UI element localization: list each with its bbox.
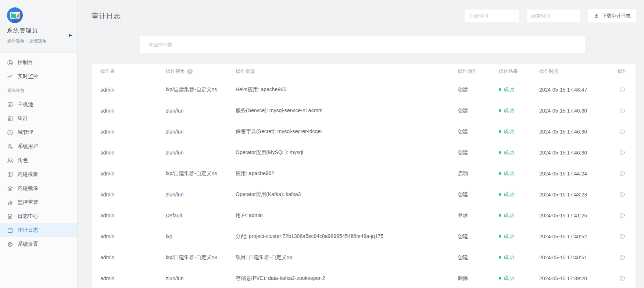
- settings-icon: [7, 241, 13, 248]
- sidebar-item-host-pool[interactable]: 主机池: [0, 97, 77, 111]
- cell-operation-time: 2024-05-15 17:40:52: [539, 234, 609, 239]
- success-dot-icon: [499, 109, 501, 112]
- cell-operation-result: 成功: [499, 170, 539, 177]
- result-label: 成功: [504, 275, 514, 282]
- column-header-label: 操作者: [100, 68, 115, 75]
- cell-operation-action: 登录: [458, 212, 499, 219]
- cell-operator: admin: [100, 108, 166, 114]
- cell-operation-result: 成功: [499, 107, 539, 114]
- start-time-input[interactable]: [465, 10, 519, 22]
- sidebar-item-monitor[interactable]: 实时监控: [0, 70, 77, 83]
- cluster-icon: [7, 115, 13, 122]
- sidebar-item-images[interactable]: 内建镜像: [0, 181, 77, 195]
- sidebar-item-log-center[interactable]: 日志中心: [0, 209, 77, 223]
- svg-text:{}: {}: [622, 130, 623, 133]
- expand-arrow-icon[interactable]: ▶: [69, 33, 72, 37]
- cell-operation-action: 创建: [458, 128, 499, 135]
- cell-operation-action: 创建: [458, 107, 499, 114]
- cell-operator: admin: [100, 192, 166, 198]
- sidebar-item-settings[interactable]: 系统设置: [0, 237, 77, 251]
- sidebar-item-alerts[interactable]: 监控告警: [0, 195, 77, 209]
- sidebar-item-label: 角色: [18, 157, 28, 164]
- column-header: 操作结果: [499, 68, 539, 75]
- sidebar-item-label: 系统设置: [18, 241, 38, 248]
- svg-text:{}: {}: [622, 256, 623, 259]
- column-header-label: 操作结果: [499, 68, 518, 75]
- svg-text:{}: {}: [622, 109, 623, 112]
- view-detail-icon-button[interactable]: {}: [619, 86, 626, 93]
- column-header: 操作视角?: [166, 68, 236, 75]
- result-label: 成功: [504, 212, 514, 219]
- table-row: adminzlun/lun保密字典(Secret): mysql-secret-…: [92, 121, 636, 142]
- column-header: 操作者: [100, 68, 166, 75]
- cell-operation-result: 成功: [499, 275, 539, 282]
- cell-operator: admin: [100, 255, 166, 260]
- cell-operation-time: 2024-05-15 17:40:51: [539, 255, 609, 260]
- table-row: adminlxp分配: project-cluster:72b1306a5ec9…: [92, 226, 636, 247]
- cell-actions: {}: [609, 170, 636, 177]
- cell-operator: admin: [100, 234, 166, 239]
- table-row: adminDefault用户: admin登录成功2024-05-15 17:4…: [92, 205, 636, 226]
- cell-operation-result: 成功: [499, 254, 539, 261]
- download-audit-log-button[interactable]: 下载审计日志: [588, 9, 636, 22]
- template-icon: [7, 171, 13, 178]
- svg-text:{}: {}: [622, 277, 623, 280]
- sidebar-item-label: 内建镜像: [18, 185, 38, 192]
- sidebar-item-roles[interactable]: 角色: [0, 153, 77, 167]
- result-label: 成功: [504, 191, 514, 198]
- view-detail-icon-button[interactable]: {}: [619, 128, 626, 135]
- column-header: 操作时间: [539, 68, 609, 75]
- view-detail-icon-button[interactable]: {}: [619, 212, 626, 219]
- view-detail-icon-button[interactable]: {}: [619, 275, 626, 282]
- success-dot-icon: [499, 151, 501, 154]
- success-dot-icon: [499, 193, 501, 196]
- result-label: 成功: [504, 149, 514, 156]
- column-header: 操作资源: [236, 68, 458, 75]
- success-dot-icon: [499, 277, 501, 280]
- table-header-row: 操作者操作视角?操作资源操作动作操作结果操作时间操作: [92, 64, 636, 79]
- sidebar-item-templates[interactable]: 内建模板: [0, 167, 77, 181]
- view-detail-icon-button[interactable]: {}: [619, 170, 626, 177]
- cell-operation-time: 2024-05-15 17:41:25: [539, 213, 609, 218]
- console-icon: [7, 60, 13, 66]
- cell-operation-scope: lxp: [166, 234, 236, 239]
- cell-operation-result: 成功: [499, 128, 539, 135]
- result-label: 成功: [504, 107, 514, 114]
- view-detail-icon-button[interactable]: {}: [619, 254, 626, 261]
- cell-operation-action: 创建: [458, 254, 499, 261]
- cell-operator: admin: [100, 150, 166, 156]
- cell-operation-time: 2024-05-15 17:48:47: [539, 87, 609, 93]
- category-select-input[interactable]: [140, 36, 585, 53]
- view-detail-icon-button[interactable]: {}: [619, 191, 626, 198]
- cell-actions: {}: [609, 275, 636, 282]
- cell-operator: admin: [100, 275, 166, 281]
- table-row: adminzlun/lunOperator应用(MySQL): mysql创建成…: [92, 142, 636, 163]
- view-detail-icon-button[interactable]: {}: [619, 149, 626, 156]
- svg-text:{}: {}: [622, 151, 623, 154]
- end-time-input[interactable]: [527, 10, 580, 22]
- view-detail-icon-button[interactable]: {}: [619, 107, 626, 114]
- cell-operation-time: 2024-05-15 17:46:30: [539, 108, 609, 114]
- sidebar-item-system-users[interactable]: 系统用户: [0, 139, 77, 153]
- svg-text:{}: {}: [622, 88, 623, 91]
- column-header: 操作: [609, 68, 636, 75]
- cell-operation-action: 创建: [458, 191, 499, 198]
- result-label: 成功: [504, 254, 514, 261]
- help-icon[interactable]: ?: [187, 69, 193, 74]
- sidebar-item-domain[interactable]: 域管理: [0, 125, 77, 139]
- cell-operation-time: 2024-05-15 17:46:30: [539, 129, 609, 135]
- cell-actions: {}: [609, 191, 636, 198]
- sidebar-item-cluster[interactable]: 集群: [0, 111, 77, 125]
- success-dot-icon: [499, 214, 501, 217]
- sidebar-item-console[interactable]: 控制台: [0, 56, 77, 70]
- sidebar-item-label: 日志中心: [18, 213, 38, 220]
- cell-operator: admin: [100, 129, 166, 135]
- sidebar-menu: 控制台实时监控系统视角主机池集群域管理系统用户角色内建模板内建镜像监控告警日志中…: [0, 53, 77, 251]
- cell-operation-resource: 存储卷(PVC): data-kafka2-zookeeper-2: [236, 275, 458, 282]
- view-detail-icon-button[interactable]: {}: [619, 233, 626, 240]
- column-header-label: 操作动作: [458, 68, 477, 75]
- sidebar-item-audit-log[interactable]: 审计日志: [0, 223, 77, 237]
- cell-operation-time: 2024-05-15 17:46:30: [539, 150, 609, 156]
- cell-actions: {}: [609, 254, 636, 261]
- cell-actions: {}: [609, 128, 636, 135]
